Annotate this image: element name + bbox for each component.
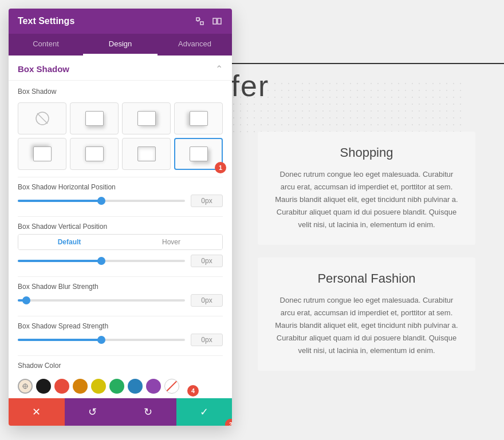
vertical-position-track[interactable] <box>18 260 185 262</box>
spread-strength-thumb[interactable] <box>97 336 105 344</box>
color-swatch-purple[interactable] <box>146 379 161 394</box>
text-settings-panel: Text Settings Content Design Advanced <box>9 9 232 426</box>
shadow-color-swatches: 4 <box>9 374 232 398</box>
shopping-card: Shopping Donec rutrum congue leo eget ma… <box>258 132 475 245</box>
fullscreen-icon[interactable] <box>194 15 206 27</box>
panel-title: Text Settings <box>18 16 74 26</box>
badge-4: 4 <box>187 385 199 397</box>
blur-strength-track[interactable] <box>18 299 185 302</box>
columns-icon[interactable] <box>211 15 223 27</box>
tab-content[interactable]: Content <box>9 34 83 56</box>
svg-rect-4 <box>213 18 216 24</box>
shadow-preset-full[interactable] <box>70 138 119 170</box>
shadow-preset-top-left[interactable] <box>18 138 66 170</box>
shadow-preview-inner <box>137 146 156 161</box>
horizontal-position-label: Box Shadow Horizontal Position <box>18 183 223 191</box>
spread-strength-row: 0px <box>18 334 223 346</box>
spread-strength-label: Box Shadow Spread Strength <box>18 322 223 330</box>
tab-advanced[interactable]: Advanced <box>158 34 232 56</box>
shadow-color-label: Shadow Color <box>18 362 223 370</box>
panel-body: Box Shadow ⌃ Box Shadow <box>9 56 232 398</box>
shadow-preview-top-left <box>33 146 52 161</box>
horizontal-position-thumb[interactable] <box>97 197 105 205</box>
shadow-preview-right <box>137 111 156 126</box>
fashion-card: Personal Fashion Donec rutrum congue leo… <box>258 257 475 371</box>
sub-tab-hover[interactable]: Hover <box>120 235 222 249</box>
spread-strength-value[interactable]: 0px <box>191 334 223 346</box>
svg-rect-0 <box>196 18 199 21</box>
vertical-position-section: Box Shadow Vertical Position Default Hov… <box>9 217 232 276</box>
spread-strength-section: Box Shadow Spread Strength 0px <box>9 316 232 355</box>
panel-footer: ✕ ↺ ↻ ✓ <box>9 398 232 426</box>
horizontal-position-row: 0px 2 <box>18 195 223 207</box>
shadow-preset-corner[interactable]: 1 <box>174 138 223 170</box>
section-title: Box Shadow <box>18 64 69 74</box>
shadow-preset-left[interactable] <box>174 102 223 134</box>
svg-rect-5 <box>218 18 221 24</box>
color-swatch-none[interactable] <box>164 379 179 394</box>
save-button[interactable]: ✓ <box>176 398 233 426</box>
panel-header: Text Settings <box>9 9 232 34</box>
shadow-preview-corner <box>190 146 208 161</box>
shopping-card-title: Shopping <box>275 145 458 160</box>
blur-strength-row: 0px <box>18 294 223 307</box>
panel-header-icons <box>194 15 223 27</box>
spread-strength-track[interactable] <box>18 339 185 341</box>
svg-line-7 <box>37 113 48 124</box>
blur-strength-section: Box Shadow Blur Strength 0px <box>9 277 232 316</box>
color-swatch-red[interactable] <box>54 379 69 394</box>
spread-strength-fill <box>18 339 101 341</box>
page-header-line <box>223 63 504 64</box>
vertical-position-sub-tabs: Default Hover <box>18 234 223 250</box>
section-toggle-icon[interactable]: ⌃ <box>215 64 223 74</box>
shadow-color-section: Shadow Color <box>9 356 232 374</box>
horizontal-position-track[interactable] <box>18 200 185 202</box>
shadow-presets-grid: 1 <box>9 99 232 177</box>
sub-tab-default[interactable]: Default <box>18 235 120 249</box>
fashion-card-title: Personal Fashion <box>275 271 458 286</box>
section-header: Box Shadow ⌃ <box>9 56 232 81</box>
vertical-position-thumb[interactable] <box>97 257 105 265</box>
color-swatch-yellow[interactable] <box>91 379 106 394</box>
shadow-preview-bottom <box>85 111 104 126</box>
badge-1: 1 <box>215 162 226 173</box>
blur-strength-label: Box Shadow Blur Strength <box>18 283 223 291</box>
shadow-preset-inner[interactable] <box>122 138 171 170</box>
vertical-position-row: 0px 3 <box>18 255 223 267</box>
fashion-card-text: Donec rutrum congue leo eget malesuada. … <box>275 294 458 357</box>
tab-design[interactable]: Design <box>83 34 158 56</box>
color-picker-button[interactable] <box>18 379 33 394</box>
vertical-position-value[interactable]: 0px <box>191 255 223 267</box>
color-swatch-green[interactable] <box>109 379 124 394</box>
cancel-button[interactable]: ✕ <box>9 398 65 426</box>
blur-strength-value[interactable]: 0px <box>191 294 223 307</box>
blur-strength-thumb[interactable] <box>22 296 30 304</box>
shadow-preset-right[interactable] <box>122 102 171 134</box>
shadow-preset-none[interactable] <box>18 102 66 134</box>
shopping-card-text: Donec rutrum congue leo eget malesuada. … <box>275 168 458 231</box>
horizontal-position-section: Box Shadow Horizontal Position 0px 2 <box>9 177 232 216</box>
vertical-position-fill <box>18 260 101 262</box>
undo-button[interactable]: ↺ <box>65 398 121 426</box>
vertical-position-label: Box Shadow Vertical Position <box>18 223 223 231</box>
shadow-preset-bottom[interactable] <box>70 102 119 134</box>
redo-button[interactable]: ↻ <box>120 398 176 426</box>
horizontal-position-value[interactable]: 0px <box>191 195 223 207</box>
color-swatch-orange[interactable] <box>73 379 88 394</box>
color-swatch-blue[interactable] <box>128 379 143 394</box>
shadow-preview-left <box>190 111 208 126</box>
svg-rect-1 <box>200 22 203 25</box>
horizontal-position-fill <box>18 200 101 202</box>
panel-tabs: Content Design Advanced <box>9 34 232 56</box>
color-swatch-black[interactable] <box>36 379 51 394</box>
shadow-preview-full <box>85 146 104 161</box>
box-shadow-preset-label: Box Shadow <box>9 81 232 99</box>
